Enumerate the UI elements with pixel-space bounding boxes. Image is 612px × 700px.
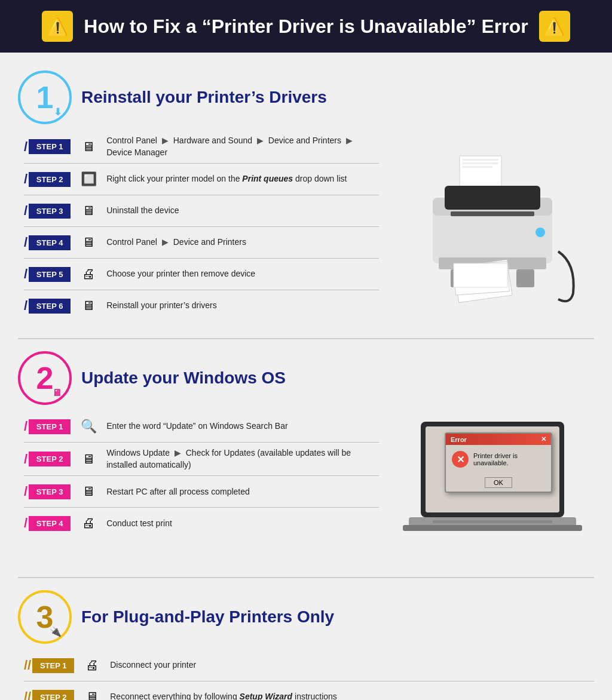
step-badge: /STEP 4: [24, 515, 71, 531]
section1-number: 1 ⬇: [18, 70, 72, 124]
step-badge: /STEP 1: [24, 139, 71, 155]
section3-number: 3 🔌: [18, 590, 72, 644]
section1-image: [391, 135, 594, 326]
section3-steps: //STEP 1🖨Disconnect your printer//STEP 2…: [24, 655, 594, 700]
error-x-icon: ✕: [452, 451, 469, 468]
step-row: /STEP 4🖨Conduct test print: [24, 512, 379, 539]
section1-body: /STEP 1🖥Control Panel ▶ Hardware and Sou…: [18, 135, 594, 326]
section1-header: 1 ⬇ Reinstall your Printer’s Drivers: [18, 70, 594, 124]
step-row: /STEP 1🔍Enter the word “Update” on Windo…: [24, 416, 379, 443]
step-label: STEP 3: [29, 204, 71, 219]
step-row: /STEP 2🔲Right click your printer model o…: [24, 168, 379, 195]
printer-illustration: [403, 144, 582, 317]
divider1: [18, 338, 594, 339]
step-text: Reinstall your printer’s drivers: [106, 300, 379, 312]
main-content: 1 ⬇ Reinstall your Printer’s Drivers /ST…: [0, 53, 612, 700]
step-icon: 🖥: [78, 449, 99, 470]
header: ⚠️ How to Fix a “Printer Driver is Unava…: [0, 0, 612, 53]
error-message: Printer driver is unavailable.: [473, 452, 545, 466]
step-label: STEP 1: [29, 419, 71, 434]
section2-header: 2 🖥 Update your Windows OS: [18, 351, 594, 405]
step-icon: 🖥: [78, 295, 99, 317]
step-icon: 🖥: [78, 481, 99, 502]
step-label: STEP 4: [29, 516, 71, 531]
step-row: /STEP 4🖥Control Panel ▶ Device and Print…: [24, 232, 379, 259]
step-row: //STEP 1🖨Disconnect your printer: [24, 655, 594, 681]
step-slash: /: [24, 298, 27, 314]
step-text: Control Panel ▶ Device and Printers: [106, 237, 379, 248]
step-slash: /: [24, 139, 27, 155]
step-icon: 🖨: [78, 263, 99, 285]
header-title: How to Fix a “Printer Driver is Unavaila…: [84, 16, 528, 38]
step-slash: /: [24, 266, 27, 282]
warning-icon-right: ⚠️: [539, 11, 570, 42]
warning-icon-left: ⚠️: [42, 11, 73, 42]
section3-title: For Plug-and-Play Printers Only: [81, 607, 334, 627]
step-badge: //STEP 2: [24, 689, 74, 700]
step-slash: /: [24, 171, 27, 187]
plug-icon: 🔌: [50, 626, 62, 637]
step-text: Restart PC after all process completed: [106, 486, 379, 498]
step-row: /STEP 3🖥Uninstall the device: [24, 200, 379, 227]
section2-image: Error ✕ ✕ Printer driver is unavailable.…: [391, 416, 594, 565]
section3-header: 3 🔌 For Plug-and-Play Printers Only: [18, 590, 594, 644]
step-text: Enter the word “Update” on Windows Searc…: [106, 420, 379, 432]
section2-title: Update your Windows OS: [81, 369, 286, 388]
close-dialog-icon[interactable]: ✕: [541, 435, 546, 443]
step-icon: 🖨: [81, 655, 103, 676]
step-slash: //: [24, 658, 31, 673]
step-icon: 🖥: [78, 200, 99, 222]
svg-rect-11: [516, 269, 534, 287]
step-text: Uninstall the device: [106, 205, 379, 217]
step-row: /STEP 5🖨Choose your printer then remove …: [24, 263, 379, 290]
step-badge: /STEP 2: [24, 171, 71, 187]
monitor-icon: 🖥: [52, 388, 62, 398]
step-slash: /: [24, 484, 27, 499]
step-label: STEP 1: [32, 658, 74, 673]
section1-steps: /STEP 1🖥Control Panel ▶ Hardware and Sou…: [18, 135, 379, 326]
section2-steps: /STEP 1🔍Enter the word “Update” on Windo…: [18, 416, 379, 565]
step-badge: //STEP 1: [24, 658, 74, 673]
step-text: Control Panel ▶ Hardware and Sound ▶ Dev…: [106, 135, 379, 158]
error-dialog-body: ✕ Printer driver is unavailable.: [446, 445, 551, 474]
error-dialog-button-area: OK: [446, 474, 551, 492]
step-slash: /: [24, 515, 27, 531]
svg-rect-3: [463, 166, 492, 168]
step-icon: 🔍: [78, 416, 99, 437]
step-label: STEP 2: [32, 690, 74, 700]
step-icon: 🖨: [78, 512, 99, 534]
step-icon: 🖥: [78, 232, 99, 253]
step-icon: 🖥: [78, 136, 99, 158]
step-label: STEP 2: [29, 172, 71, 187]
section2-steps: /STEP 1🔍Enter the word “Update” on Windo…: [24, 416, 379, 539]
step-badge: /STEP 1: [24, 419, 71, 434]
error-dialog: Error ✕ ✕ Printer driver is unavailable.…: [445, 432, 552, 493]
section2-body: /STEP 1🔍Enter the word “Update” on Windo…: [18, 416, 594, 565]
step-row: /STEP 2🖥Windows Update ▶ Check for Updat…: [24, 447, 379, 476]
step-text: Reconnect everything by following Setup …: [110, 691, 594, 700]
section1-steps: /STEP 1🖥Control Panel ▶ Hardware and Sou…: [24, 135, 379, 321]
svg-rect-20: [433, 520, 552, 523]
step-badge: /STEP 3: [24, 203, 71, 219]
error-dialog-titlebar: Error ✕: [446, 434, 551, 445]
step-icon: 🔲: [78, 168, 99, 190]
step-text: Windows Update ▶ Check for Updates (avai…: [106, 447, 379, 471]
step-slash: //: [24, 689, 31, 700]
step-slash: /: [24, 203, 27, 219]
step-label: STEP 6: [29, 299, 71, 314]
step-label: STEP 1: [29, 139, 71, 154]
svg-rect-19: [403, 525, 582, 531]
step-slash: /: [24, 235, 27, 250]
step-label: STEP 5: [29, 267, 71, 282]
step-text: Conduct test print: [106, 518, 379, 530]
section3-steps: //STEP 1🖨Disconnect your printer//STEP 2…: [18, 655, 594, 700]
step-badge: /STEP 5: [24, 266, 71, 282]
ok-button[interactable]: OK: [485, 477, 512, 488]
section1-title: Reinstall your Printer’s Drivers: [81, 88, 327, 107]
step-slash: /: [24, 419, 27, 434]
step-slash: /: [24, 452, 27, 467]
step-text: Right click your printer model on the Pr…: [106, 173, 379, 185]
svg-point-8: [536, 228, 545, 237]
download-icon: ⬇: [54, 106, 62, 118]
step-row: //STEP 2🖥Reconnect everything by followi…: [24, 686, 594, 700]
